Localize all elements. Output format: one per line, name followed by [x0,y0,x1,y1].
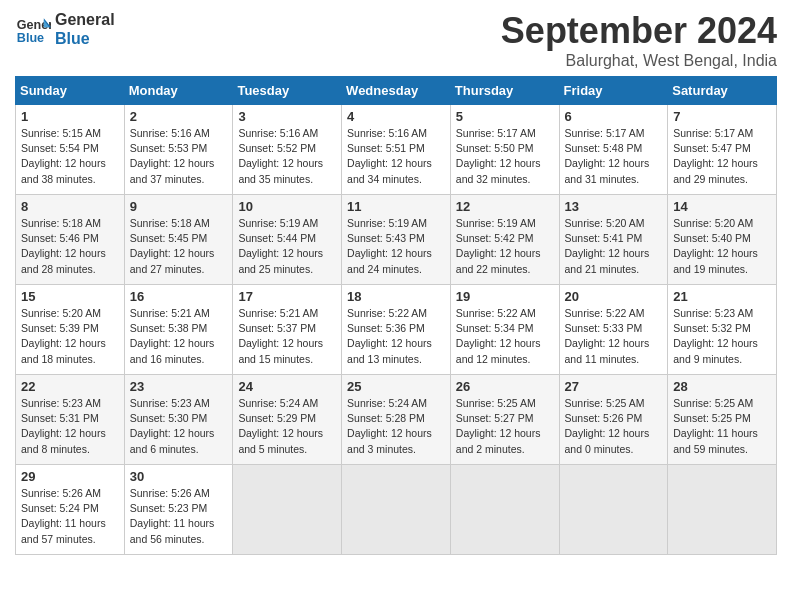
day-info: Sunrise: 5:23 AMSunset: 5:32 PMDaylight:… [673,306,771,367]
day-info: Sunrise: 5:20 AMSunset: 5:39 PMDaylight:… [21,306,119,367]
day-number: 26 [456,379,554,394]
day-info: Sunrise: 5:25 AMSunset: 5:27 PMDaylight:… [456,396,554,457]
day-info: Sunrise: 5:16 AMSunset: 5:53 PMDaylight:… [130,126,228,187]
day-number: 22 [21,379,119,394]
day-number: 11 [347,199,445,214]
calendar-cell-11: 11Sunrise: 5:19 AMSunset: 5:43 PMDayligh… [342,195,451,285]
calendar-cell-27: 27Sunrise: 5:25 AMSunset: 5:26 PMDayligh… [559,375,668,465]
calendar-cell-empty [342,465,451,555]
day-info: Sunrise: 5:23 AMSunset: 5:31 PMDaylight:… [21,396,119,457]
day-number: 25 [347,379,445,394]
day-number: 12 [456,199,554,214]
calendar-cell-5: 5Sunrise: 5:17 AMSunset: 5:50 PMDaylight… [450,105,559,195]
calendar-cell-16: 16Sunrise: 5:21 AMSunset: 5:38 PMDayligh… [124,285,233,375]
week-row-1: 1Sunrise: 5:15 AMSunset: 5:54 PMDaylight… [16,105,777,195]
day-info: Sunrise: 5:24 AMSunset: 5:28 PMDaylight:… [347,396,445,457]
day-number: 18 [347,289,445,304]
weekday-header-thursday: Thursday [450,77,559,105]
calendar-cell-22: 22Sunrise: 5:23 AMSunset: 5:31 PMDayligh… [16,375,125,465]
calendar-cell-23: 23Sunrise: 5:23 AMSunset: 5:30 PMDayligh… [124,375,233,465]
day-info: Sunrise: 5:23 AMSunset: 5:30 PMDaylight:… [130,396,228,457]
calendar-cell-2: 2Sunrise: 5:16 AMSunset: 5:53 PMDaylight… [124,105,233,195]
calendar-cell-8: 8Sunrise: 5:18 AMSunset: 5:46 PMDaylight… [16,195,125,285]
day-number: 2 [130,109,228,124]
day-number: 8 [21,199,119,214]
day-info: Sunrise: 5:19 AMSunset: 5:44 PMDaylight:… [238,216,336,277]
location-subtitle: Balurghat, West Bengal, India [501,52,777,70]
day-number: 20 [565,289,663,304]
day-number: 9 [130,199,228,214]
calendar-cell-14: 14Sunrise: 5:20 AMSunset: 5:40 PMDayligh… [668,195,777,285]
calendar-cell-24: 24Sunrise: 5:24 AMSunset: 5:29 PMDayligh… [233,375,342,465]
calendar-cell-3: 3Sunrise: 5:16 AMSunset: 5:52 PMDaylight… [233,105,342,195]
day-info: Sunrise: 5:16 AMSunset: 5:52 PMDaylight:… [238,126,336,187]
calendar-cell-10: 10Sunrise: 5:19 AMSunset: 5:44 PMDayligh… [233,195,342,285]
day-number: 21 [673,289,771,304]
logo-icon: General Blue [15,11,51,47]
calendar-cell-empty [233,465,342,555]
day-info: Sunrise: 5:24 AMSunset: 5:29 PMDaylight:… [238,396,336,457]
calendar-cell-empty [668,465,777,555]
svg-text:Blue: Blue [17,31,44,45]
weekday-header-saturday: Saturday [668,77,777,105]
calendar-cell-empty [559,465,668,555]
calendar-cell-25: 25Sunrise: 5:24 AMSunset: 5:28 PMDayligh… [342,375,451,465]
weekday-header-friday: Friday [559,77,668,105]
day-info: Sunrise: 5:15 AMSunset: 5:54 PMDaylight:… [21,126,119,187]
day-number: 30 [130,469,228,484]
day-number: 5 [456,109,554,124]
calendar-cell-17: 17Sunrise: 5:21 AMSunset: 5:37 PMDayligh… [233,285,342,375]
day-info: Sunrise: 5:18 AMSunset: 5:45 PMDaylight:… [130,216,228,277]
weekday-header-monday: Monday [124,77,233,105]
day-number: 17 [238,289,336,304]
week-row-3: 15Sunrise: 5:20 AMSunset: 5:39 PMDayligh… [16,285,777,375]
calendar-cell-4: 4Sunrise: 5:16 AMSunset: 5:51 PMDaylight… [342,105,451,195]
calendar-cell-19: 19Sunrise: 5:22 AMSunset: 5:34 PMDayligh… [450,285,559,375]
day-info: Sunrise: 5:19 AMSunset: 5:42 PMDaylight:… [456,216,554,277]
day-info: Sunrise: 5:20 AMSunset: 5:40 PMDaylight:… [673,216,771,277]
weekday-header-tuesday: Tuesday [233,77,342,105]
day-info: Sunrise: 5:16 AMSunset: 5:51 PMDaylight:… [347,126,445,187]
day-info: Sunrise: 5:26 AMSunset: 5:24 PMDaylight:… [21,486,119,547]
day-number: 19 [456,289,554,304]
calendar-cell-6: 6Sunrise: 5:17 AMSunset: 5:48 PMDaylight… [559,105,668,195]
day-number: 6 [565,109,663,124]
calendar-cell-20: 20Sunrise: 5:22 AMSunset: 5:33 PMDayligh… [559,285,668,375]
day-number: 10 [238,199,336,214]
calendar-cell-empty [450,465,559,555]
day-number: 13 [565,199,663,214]
calendar-cell-9: 9Sunrise: 5:18 AMSunset: 5:45 PMDaylight… [124,195,233,285]
day-number: 3 [238,109,336,124]
day-info: Sunrise: 5:17 AMSunset: 5:50 PMDaylight:… [456,126,554,187]
day-info: Sunrise: 5:18 AMSunset: 5:46 PMDaylight:… [21,216,119,277]
day-info: Sunrise: 5:20 AMSunset: 5:41 PMDaylight:… [565,216,663,277]
week-row-5: 29Sunrise: 5:26 AMSunset: 5:24 PMDayligh… [16,465,777,555]
day-info: Sunrise: 5:26 AMSunset: 5:23 PMDaylight:… [130,486,228,547]
calendar-cell-29: 29Sunrise: 5:26 AMSunset: 5:24 PMDayligh… [16,465,125,555]
day-info: Sunrise: 5:21 AMSunset: 5:38 PMDaylight:… [130,306,228,367]
day-number: 28 [673,379,771,394]
logo-general: General [55,10,115,29]
weekday-header-sunday: Sunday [16,77,125,105]
month-title: September 2024 [501,10,777,52]
day-info: Sunrise: 5:21 AMSunset: 5:37 PMDaylight:… [238,306,336,367]
calendar-cell-18: 18Sunrise: 5:22 AMSunset: 5:36 PMDayligh… [342,285,451,375]
calendar-cell-30: 30Sunrise: 5:26 AMSunset: 5:23 PMDayligh… [124,465,233,555]
day-number: 1 [21,109,119,124]
calendar-cell-1: 1Sunrise: 5:15 AMSunset: 5:54 PMDaylight… [16,105,125,195]
header: General Blue General Blue September 2024… [15,10,777,70]
week-row-2: 8Sunrise: 5:18 AMSunset: 5:46 PMDaylight… [16,195,777,285]
calendar-cell-12: 12Sunrise: 5:19 AMSunset: 5:42 PMDayligh… [450,195,559,285]
day-info: Sunrise: 5:19 AMSunset: 5:43 PMDaylight:… [347,216,445,277]
day-info: Sunrise: 5:22 AMSunset: 5:34 PMDaylight:… [456,306,554,367]
weekday-header-row: SundayMondayTuesdayWednesdayThursdayFrid… [16,77,777,105]
day-number: 27 [565,379,663,394]
day-info: Sunrise: 5:25 AMSunset: 5:25 PMDaylight:… [673,396,771,457]
calendar-cell-21: 21Sunrise: 5:23 AMSunset: 5:32 PMDayligh… [668,285,777,375]
week-row-4: 22Sunrise: 5:23 AMSunset: 5:31 PMDayligh… [16,375,777,465]
day-info: Sunrise: 5:25 AMSunset: 5:26 PMDaylight:… [565,396,663,457]
logo: General Blue General Blue [15,10,115,48]
day-number: 29 [21,469,119,484]
day-info: Sunrise: 5:22 AMSunset: 5:33 PMDaylight:… [565,306,663,367]
weekday-header-wednesday: Wednesday [342,77,451,105]
